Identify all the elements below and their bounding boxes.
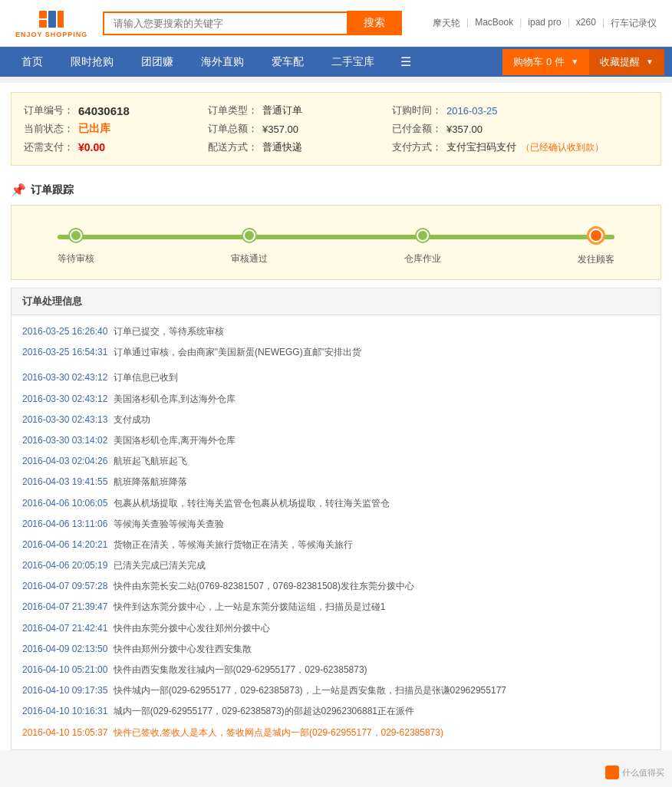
search-tag-3[interactable]: x260 xyxy=(576,17,596,30)
search-bar: 搜索 xyxy=(103,11,402,35)
node-label-2: 仓库作业 xyxy=(404,252,441,265)
node-dot-1 xyxy=(243,229,255,242)
process-timestamp: 2016-03-25 16:54:31 xyxy=(22,347,107,357)
process-item: 2016-03-25 16:54:31 订单通过审核，会由商家"美国新蛋(NEW… xyxy=(22,342,650,363)
order-type-row: 订单类型： 普通订单 xyxy=(208,104,361,117)
tracking-section-title: 📌 订单跟踪 xyxy=(0,175,672,205)
cart-count: 0 xyxy=(546,56,552,68)
process-timestamp: 2016-04-03 19:41:55 xyxy=(22,476,107,487)
process-timestamp: 2016-03-30 02:43:12 xyxy=(22,372,107,383)
order-delivery-label: 配送方式： xyxy=(208,140,258,154)
order-status-value: 已出库 xyxy=(78,122,110,136)
process-section: 订单处理信息 2016-03-25 16:26:40 订单已提交，等待系统审核2… xyxy=(11,288,661,750)
search-input[interactable] xyxy=(103,12,347,35)
separator xyxy=(0,77,672,83)
tracking-box: 等待审核 审核通过 仓库作业 发往顾客 xyxy=(11,205,661,280)
order-number-label: 订单编号： xyxy=(24,104,74,117)
order-delivery-value: 普通快递 xyxy=(262,140,302,154)
order-info-box: 订单编号： 64030618 当前状态： 已出库 还需支付： ¥0.00 订单类… xyxy=(11,92,661,166)
order-pay-confirmed: （已经确认收到款） xyxy=(521,141,604,154)
search-button[interactable]: 搜索 xyxy=(347,11,402,35)
logo: ENJOY SHOPPING xyxy=(15,8,87,38)
process-item: 2016-04-06 13:11:06 等候海关查验等候海关查验 xyxy=(22,514,650,535)
process-item: 2016-03-30 02:43:12 订单信息已收到 xyxy=(22,367,650,388)
order-type-label: 订单类型： xyxy=(208,104,258,117)
cart-button[interactable]: 购物车 0 件 ▼ xyxy=(502,49,589,75)
process-title: 订单处理信息 xyxy=(12,288,660,315)
process-timestamp: 2016-04-10 15:05:37 xyxy=(22,727,107,738)
process-timestamp: 2016-04-10 05:21:00 xyxy=(22,664,107,675)
process-timestamp: 2016-03-25 16:26:40 xyxy=(22,326,107,337)
process-timestamp: 2016-04-09 02:13:50 xyxy=(22,644,107,654)
process-item: 2016-03-30 03:14:02 美国洛杉矶仓库,离开海外仓库 xyxy=(22,430,650,451)
nav-more-icon[interactable]: ☰ xyxy=(388,47,423,77)
search-tag-1[interactable]: MacBook xyxy=(475,17,513,30)
process-item: 2016-04-06 10:06:05 包裹从机场提取，转往海关监管仓包裹从机场… xyxy=(22,493,650,514)
order-remain-row: 还需支付： ¥0.00 xyxy=(24,140,177,154)
process-item: 2016-04-10 10:16:31 城内一部(029-62955177，02… xyxy=(22,701,650,722)
pin-icon: 📌 xyxy=(11,183,26,197)
process-list: 2016-03-25 16:26:40 订单已提交，等待系统审核2016-03-… xyxy=(12,315,660,749)
nav-group[interactable]: 团团赚 xyxy=(127,48,187,77)
node-dot-2 xyxy=(417,229,429,242)
process-item: 2016-04-03 02:04:26 航班起飞航班起飞 xyxy=(22,451,650,472)
order-status-label: 当前状态： xyxy=(24,122,74,136)
order-paid-value: ¥357.00 xyxy=(446,123,483,135)
search-tags: 摩天轮 | MacBook | ipad pro | x260 | 行车记录仪 xyxy=(433,17,657,30)
process-timestamp: 2016-04-07 21:42:41 xyxy=(22,623,107,634)
process-item: 2016-04-09 02:13:50 快件由郑州分拨中心发往西安集散 xyxy=(22,639,650,660)
cart-unit: 件 xyxy=(555,55,565,69)
nav-right: 购物车 0 件 ▼ 收藏提醒 ▼ xyxy=(502,49,664,75)
order-total-label: 订单总额： xyxy=(208,122,258,136)
process-item: 2016-04-07 09:57:28 快件由东莞长安二站(0769-82381… xyxy=(22,576,650,597)
node-dot-3 xyxy=(589,229,603,242)
process-timestamp: 2016-04-06 10:06:05 xyxy=(22,498,107,509)
search-tag-4[interactable]: 行车记录仪 xyxy=(611,17,657,30)
process-timestamp: 2016-03-30 02:43:12 xyxy=(22,394,107,404)
fav-button[interactable]: 收藏提醒 ▼ xyxy=(589,49,664,75)
nav-car[interactable]: 爱车配 xyxy=(258,48,318,77)
nav-used[interactable]: 二手宝库 xyxy=(318,48,388,77)
svg-rect-1 xyxy=(39,11,47,18)
order-status-row: 当前状态： 已出库 xyxy=(24,122,177,136)
order-number-value: 64030618 xyxy=(78,104,130,117)
search-tag-2[interactable]: ipad pro xyxy=(528,17,561,30)
progress-track: 等待审核 审核通过 仓库作业 发往顾客 xyxy=(35,221,637,267)
node-dot-0 xyxy=(70,229,82,242)
order-delivery-row: 配送方式： 普通快递 xyxy=(208,140,361,154)
process-item: 2016-04-07 21:39:47 快件到达东莞分拨中心，上一站是东莞分拨陆… xyxy=(22,597,650,617)
order-time-value: 2016-03-25 xyxy=(446,105,498,117)
order-total-value: ¥357.00 xyxy=(262,123,298,135)
node-label-3: 发往顾客 xyxy=(578,253,614,266)
process-item: 2016-03-30 02:43:12 美国洛杉矶仓库,到达海外仓库 xyxy=(22,389,650,410)
nav-bar: 首页 限时抢购 团团赚 海外直购 爱车配 二手宝库 ☰ 购物车 0 件 ▼ 收藏… xyxy=(0,47,672,77)
process-item: 2016-03-30 02:43:13 支付成功 xyxy=(22,410,650,430)
order-col-left: 订单编号： 64030618 当前状态： 已出库 还需支付： ¥0.00 xyxy=(24,104,177,154)
track-node-3: 发往顾客 xyxy=(578,221,614,266)
order-pay-method-value: 支付宝扫码支付 xyxy=(446,140,516,154)
order-remain-value: ¥0.00 xyxy=(78,141,105,153)
process-timestamp: 2016-04-06 14:20:21 xyxy=(22,539,107,550)
tracking-title-text: 订单跟踪 xyxy=(31,183,74,197)
nav-home[interactable]: 首页 xyxy=(8,48,57,77)
order-pay-method-label: 支付方式： xyxy=(392,140,442,154)
logo-icon xyxy=(38,8,65,31)
svg-rect-4 xyxy=(58,11,64,28)
svg-rect-3 xyxy=(48,11,56,28)
track-node-2: 仓库作业 xyxy=(404,221,441,266)
search-tag-0[interactable]: 摩天轮 xyxy=(433,17,460,30)
process-item: 2016-04-10 09:17:35 快件城内一部(029-62955177，… xyxy=(22,680,650,701)
order-time-label: 订购时间： xyxy=(392,104,442,117)
process-item: 2016-04-06 20:05:19 已清关完成已清关完成 xyxy=(22,555,650,576)
process-timestamp: 2016-04-06 20:05:19 xyxy=(22,560,107,571)
nav-flash[interactable]: 限时抢购 xyxy=(57,48,127,77)
nav-overseas[interactable]: 海外直购 xyxy=(187,48,258,77)
track-nodes: 等待审核 审核通过 仓库作业 发往顾客 xyxy=(35,221,637,266)
process-timestamp: 2016-04-03 02:04:26 xyxy=(22,456,107,466)
svg-rect-2 xyxy=(39,20,47,28)
track-node-1: 审核通过 xyxy=(231,221,268,266)
cart-arrow-icon: ▼ xyxy=(571,58,578,66)
process-timestamp: 2016-04-07 09:57:28 xyxy=(22,581,107,591)
process-timestamp: 2016-04-07 21:39:47 xyxy=(22,601,107,612)
node-label-0: 等待审核 xyxy=(58,252,94,265)
